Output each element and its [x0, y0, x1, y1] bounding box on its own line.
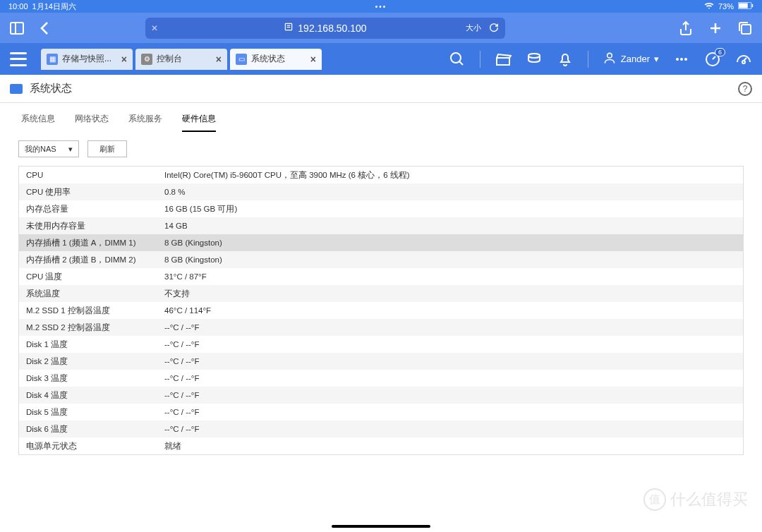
badge-count: 6	[715, 48, 725, 56]
row-value: 8 GB (Kingston)	[162, 238, 743, 247]
tab-control[interactable]: ⚙ 控制台 ×	[135, 49, 227, 70]
time-label: 10:00	[8, 2, 28, 11]
tab-label: 存储与快照...	[62, 53, 111, 65]
help-icon[interactable]: ?	[738, 82, 752, 96]
row-value: 不支持	[162, 289, 743, 299]
row-label: Disk 5 温度	[19, 407, 162, 418]
svg-line-20	[744, 58, 746, 61]
monitor-icon	[10, 84, 23, 94]
battery-icon	[738, 2, 754, 11]
gear-icon: ⚙	[141, 54, 152, 65]
table-row[interactable]: Disk 5 温度--°C / --°F	[19, 404, 743, 421]
tabs-icon[interactable]	[737, 20, 754, 37]
tab-hardware-info[interactable]: 硬件信息	[182, 113, 216, 132]
reload-icon[interactable]	[488, 22, 500, 35]
row-value: 8 GB (Kingston)	[162, 255, 743, 264]
close-icon[interactable]: ×	[216, 54, 222, 65]
row-label: Disk 6 温度	[19, 424, 162, 435]
row-label: Disk 3 温度	[19, 373, 162, 384]
tab-system-status[interactable]: ▭ 系统状态 ×	[230, 49, 322, 70]
user-name: Zander	[621, 54, 650, 64]
svg-point-14	[607, 53, 612, 58]
row-value: --°C / --°F	[162, 408, 743, 416]
menu-icon[interactable]	[10, 52, 27, 66]
url-text: 192.168.50.100	[298, 23, 366, 34]
table-row[interactable]: 内存插槽 1 (频道 A，DIMM 1)8 GB (Kingston)	[19, 234, 743, 251]
notification-icon[interactable]	[557, 51, 574, 68]
svg-rect-1	[739, 3, 748, 8]
search-icon[interactable]	[449, 51, 466, 68]
row-label: Disk 2 温度	[19, 356, 162, 367]
tab-storage[interactable]: ▦ 存储与快照... ×	[41, 49, 133, 70]
user-icon	[603, 51, 617, 67]
tab-label: 控制台	[157, 53, 182, 65]
row-label: 内存插槽 2 (频道 B，DIMM 2)	[19, 255, 162, 265]
date-label: 1月14日周六	[32, 1, 76, 12]
text-size-label[interactable]: 大小	[466, 23, 481, 33]
chevron-down-icon: ▾	[68, 145, 73, 154]
wifi-icon	[704, 1, 714, 12]
table-row[interactable]: CPUIntel(R) Core(TM) i5-9600T CPU，至高 390…	[19, 167, 743, 183]
svg-line-12	[459, 61, 463, 65]
table-row[interactable]: 未使用内存容量14 GB	[19, 217, 743, 234]
close-icon[interactable]: ×	[310, 54, 316, 65]
multitask-dots: •••	[375, 3, 387, 11]
reader-icon	[284, 22, 294, 34]
home-indicator[interactable]	[332, 525, 430, 528]
gauge-icon[interactable]	[735, 51, 752, 68]
row-label: 电源单元状态	[19, 441, 162, 452]
page-header: 系统状态 ?	[0, 75, 762, 103]
watermark-text: 什么值得买	[670, 489, 748, 510]
table-row[interactable]: 电源单元状态就绪	[19, 437, 743, 454]
svg-point-11	[451, 53, 461, 63]
tab-system-service[interactable]: 系统服务	[128, 113, 162, 132]
table-row[interactable]: 内存插槽 2 (频道 B，DIMM 2)8 GB (Kingston)	[19, 251, 743, 268]
new-tab-icon[interactable]	[707, 20, 724, 37]
clear-url-icon[interactable]: ✕	[151, 23, 158, 33]
row-label: Disk 1 温度	[19, 339, 162, 350]
table-row[interactable]: Disk 2 温度--°C / --°F	[19, 353, 743, 370]
svg-rect-3	[11, 23, 23, 34]
svg-point-16	[680, 58, 683, 61]
table-row[interactable]: Disk 1 温度--°C / --°F	[19, 336, 743, 353]
sidebar-toggle-icon[interactable]	[8, 20, 25, 37]
select-value: 我的NAS	[25, 144, 56, 155]
divider	[480, 51, 480, 68]
tab-network-status[interactable]: 网络状态	[75, 113, 109, 132]
clapperboard-icon[interactable]	[495, 51, 512, 68]
table-row[interactable]: M.2 SSD 1 控制器温度46°C / 114°F	[19, 302, 743, 319]
devices-icon[interactable]	[526, 51, 543, 68]
sub-tabs: 系统信息 网络状态 系统服务 硬件信息	[0, 103, 762, 132]
svg-point-15	[676, 58, 679, 61]
user-menu[interactable]: Zander ▾	[603, 51, 659, 67]
table-row[interactable]: CPU 使用率0.8 %	[19, 183, 743, 200]
row-value: 0.8 %	[162, 188, 743, 196]
chevron-down-icon: ▾	[654, 54, 659, 64]
page-title: 系统状态	[30, 82, 72, 95]
table-row[interactable]: M.2 SSD 2 控制器温度--°C / --°F	[19, 319, 743, 336]
more-icon[interactable]	[673, 51, 690, 68]
storage-icon: ▦	[47, 54, 58, 65]
nas-select[interactable]: 我的NAS ▾	[18, 140, 79, 157]
row-value: --°C / --°F	[162, 340, 743, 349]
watermark-icon: 值	[643, 488, 666, 511]
row-value: 46°C / 114°F	[162, 306, 743, 315]
dashboard-icon[interactable]: 6	[704, 51, 721, 68]
hardware-info-table: CPUIntel(R) Core(TM) i5-9600T CPU，至高 390…	[18, 166, 744, 455]
refresh-button[interactable]: 刷新	[87, 140, 127, 157]
tab-system-info[interactable]: 系统信息	[21, 113, 55, 132]
table-row[interactable]: Disk 6 温度--°C / --°F	[19, 421, 743, 437]
table-row[interactable]: 内存总容量16 GB (15 GB 可用)	[19, 200, 743, 217]
safari-toolbar: ✕ 192.168.50.100 大小	[0, 13, 762, 43]
row-label: 未使用内存容量	[19, 221, 162, 231]
table-row[interactable]: 系统温度不支持	[19, 285, 743, 302]
row-label: 系统温度	[19, 289, 162, 299]
close-icon[interactable]: ×	[121, 54, 127, 65]
table-row[interactable]: CPU 温度31°C / 87°F	[19, 268, 743, 285]
address-bar[interactable]: ✕ 192.168.50.100 大小	[145, 18, 505, 39]
table-row[interactable]: Disk 3 温度--°C / --°F	[19, 370, 743, 387]
back-icon[interactable]	[37, 20, 54, 37]
share-icon[interactable]	[677, 20, 694, 37]
table-row[interactable]: Disk 4 温度--°C / --°F	[19, 387, 743, 404]
row-label: M.2 SSD 2 控制器温度	[19, 322, 162, 333]
